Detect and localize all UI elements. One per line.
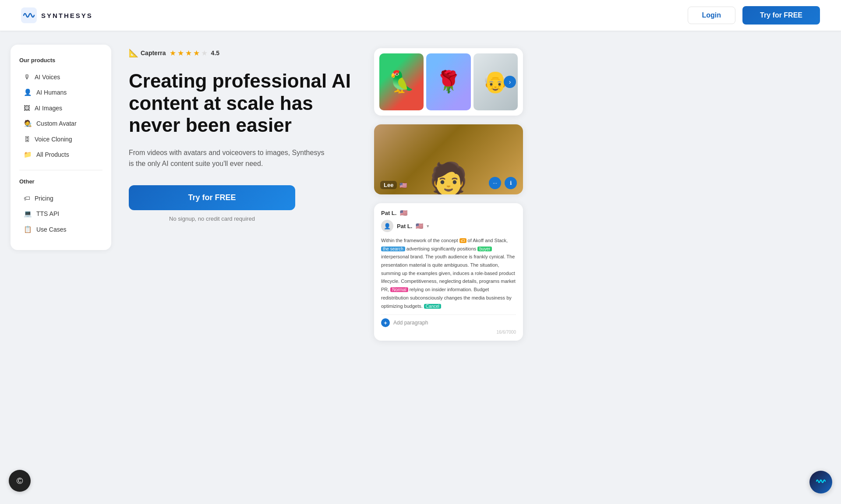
sidebar-card: Our products 🎙 AI Voices 👤 AI Humans 🖼 A… (11, 45, 111, 250)
video-meta: Lee 🇺🇸 (380, 181, 407, 189)
logo-text: SYNTHESYS (41, 12, 93, 19)
editor-user-row: 👤 Pat L. 🇺🇸 ▾ (381, 220, 516, 232)
video-more-button[interactable]: ··· (489, 177, 501, 189)
editor-body: Within the framework of the concept 🏷 of… (381, 236, 516, 310)
avatar-icon: 🧑‍🎨 (24, 120, 32, 127)
editor-flag: 🇺🇸 (400, 209, 407, 216)
avatar: 👤 (381, 220, 393, 232)
highlight-teal: Cancel (424, 304, 441, 309)
page-container: Our products 🎙 AI Voices 👤 AI Humans 🖼 A… (0, 0, 841, 504)
rose-thumb: 🌹 (426, 53, 470, 110)
capterra-logo: 📐 Capterra (129, 48, 166, 58)
highlight-blue: the search (381, 247, 405, 251)
header: SYNTHESYS Login Try for FREE (0, 0, 841, 31)
editor-add-row: + Add paragraph (381, 314, 516, 327)
video-controls: ··· ℹ (489, 177, 517, 189)
capterra-arrow-icon: 📐 (129, 48, 138, 58)
editor-card: Pat L. 🇺🇸 👤 Pat L. 🇺🇸 ▾ Within the frame… (374, 203, 523, 341)
sidebar-item-all-products[interactable]: 📁 All Products (19, 147, 102, 162)
synthesys-wave-icon (815, 475, 827, 489)
video-person-name: Lee (380, 181, 397, 189)
mic-icon: 🎙 (24, 73, 30, 81)
star-5-half: ★ (201, 49, 208, 58)
no-signup-text: No signup, no credit card required (129, 215, 295, 222)
sidebar-label-use-cases: Use Cases (36, 226, 66, 233)
star-1: ★ (170, 49, 176, 58)
sidebar-item-ai-voices[interactable]: 🎙 AI Voices (19, 70, 102, 84)
editor-inner-name: Pat L. (397, 223, 412, 229)
right-panel: 🦜 🌹 👴 › 🧑 Lee 🇺🇸 (374, 48, 523, 341)
editor-user-name: Pat L. (381, 210, 396, 216)
login-button[interactable]: Login (688, 7, 736, 24)
sidebar-label-tts-api: TTS API (36, 210, 59, 217)
sidebar-label-ai-images: AI Images (35, 105, 62, 112)
wave-icon: 🎛 (24, 135, 30, 143)
rose-image: 🌹 (426, 53, 470, 110)
main-content: 📐 Capterra ★ ★ ★ ★ ★ 4.5 Creating profes… (118, 31, 841, 504)
folder-icon: 📁 (24, 151, 32, 159)
capterra-label: Capterra (141, 49, 166, 56)
hero-subtitle: From videos with avatars and voiceovers … (129, 147, 330, 169)
sidebar-label-pricing: Pricing (35, 195, 53, 202)
hero-section: 📐 Capterra ★ ★ ★ ★ ★ 4.5 Creating profes… (129, 48, 357, 222)
star-3: ★ (185, 49, 192, 58)
star-2: ★ (177, 49, 184, 58)
wave-bubble-button[interactable] (809, 471, 832, 493)
highlight-orange: 🏷 (459, 238, 466, 243)
video-card: 🧑 Lee 🇺🇸 ··· ℹ (374, 124, 523, 194)
rating-number: 4.5 (211, 49, 219, 56)
strip-next-button[interactable]: › (504, 76, 516, 88)
sidebar-label-all-products: All Products (36, 151, 69, 158)
sidebar-label-voice-cloning: Voice Cloning (35, 136, 72, 143)
star-4: ★ (193, 49, 200, 58)
logo-icon (21, 7, 37, 23)
video-info-button[interactable]: ℹ (505, 177, 517, 189)
products-section-label: Our products (19, 57, 102, 63)
sidebar-label-custom-avatar: Custom Avatar (36, 120, 77, 127)
image-strip: 🦜 🌹 👴 › (374, 48, 523, 116)
header-actions: Login Try for FREE (688, 6, 820, 25)
parrot-thumb: 🦜 (379, 53, 424, 110)
add-paragraph-icon[interactable]: + (381, 318, 390, 327)
person-icon: 👤 (24, 88, 32, 96)
sidebar-item-ai-images[interactable]: 🖼 AI Images (19, 101, 102, 115)
sidebar: Our products 🎙 AI Voices 👤 AI Humans 🖼 A… (0, 31, 118, 504)
sidebar-item-tts-api[interactable]: 💻 TTS API (19, 206, 102, 221)
clipboard-icon: 📋 (24, 226, 32, 233)
add-paragraph-label: Add paragraph (393, 320, 428, 326)
chevron-down-icon: ▾ (427, 223, 429, 229)
sidebar-item-custom-avatar[interactable]: 🧑‍🎨 Custom Avatar (19, 116, 102, 131)
video-preview: 🧑 Lee 🇺🇸 ··· ℹ (374, 124, 523, 194)
video-flag: 🇺🇸 (399, 182, 407, 189)
highlight-green: buyer (477, 247, 492, 251)
capterra-row: 📐 Capterra ★ ★ ★ ★ ★ 4.5 (129, 48, 357, 58)
hero-title: Creating professional AI content at scal… (129, 70, 357, 137)
editor-inner-flag: 🇺🇸 (416, 222, 423, 229)
sidebar-divider (19, 170, 102, 170)
sidebar-item-ai-humans[interactable]: 👤 AI Humans (19, 85, 102, 100)
chat-bubble-button[interactable]: © (9, 470, 31, 492)
parrot-image: 🦜 (379, 53, 424, 110)
monitor-icon: 💻 (24, 210, 32, 218)
tag-icon: 🏷 (24, 194, 30, 202)
try-free-cta-button[interactable]: Try for FREE (129, 185, 295, 210)
sidebar-label-ai-humans: AI Humans (36, 89, 67, 96)
try-free-header-button[interactable]: Try for FREE (742, 6, 820, 25)
logo: SYNTHESYS (21, 7, 93, 23)
highlight-pink: Normal (390, 287, 408, 292)
star-rating: ★ ★ ★ ★ ★ (170, 49, 208, 58)
image-icon: 🖼 (24, 104, 30, 112)
chat-icon: © (17, 476, 23, 486)
video-person: 🧑 (429, 163, 468, 194)
other-section-label: Other (19, 178, 102, 185)
sidebar-item-pricing[interactable]: 🏷 Pricing (19, 191, 102, 205)
sidebar-item-voice-cloning[interactable]: 🎛 Voice Cloning (19, 132, 102, 146)
editor-footer: 16/6/7000 (381, 330, 516, 335)
sidebar-label-ai-voices: AI Voices (35, 74, 60, 81)
pat-row: Pat L. 🇺🇸 (381, 209, 516, 216)
sidebar-item-use-cases[interactable]: 📋 Use Cases (19, 222, 102, 237)
